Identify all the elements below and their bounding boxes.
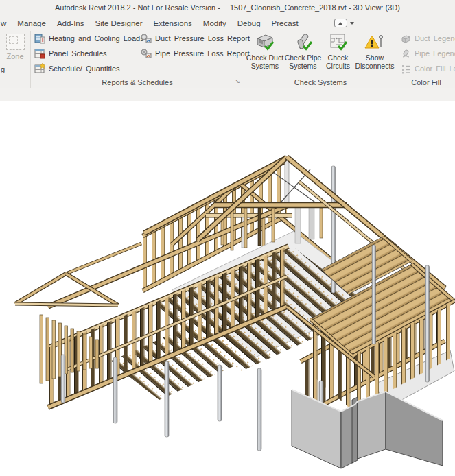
document-title: 1507_Cloonish_Concrete_2018.rvt - 3D Vie…: [230, 3, 400, 12]
ribbon: Zone g Heating and Cooling Loads: [0, 31, 455, 88]
ribbon-minimize-icon: [334, 19, 347, 27]
pipe-pressure-loss-icon: [141, 48, 152, 59]
zone-icon: [6, 34, 25, 50]
check-duct-systems-icon: [255, 33, 275, 52]
clipped-panel-text: g: [1, 65, 5, 73]
panel-title-reports: Reports & Schedules: [31, 78, 244, 86]
button-label-line2: Circuits: [326, 62, 350, 71]
app-title: Autodesk Revit 2018.2 - Not For Resale V…: [55, 3, 220, 12]
button-label-line1: Check Pipe: [285, 54, 322, 62]
panel-launcher-icon[interactable]: ↘: [235, 79, 240, 84]
check-circuits-icon: [328, 33, 349, 52]
duct-legend-button[interactable]: Duct Legend: [401, 32, 455, 45]
panel-zone-clipped: Zone g: [0, 31, 31, 88]
button-label: Duct Legend: [415, 34, 455, 43]
duct-legend-icon: [401, 34, 411, 44]
button-label: Pipe Legend: [415, 49, 455, 58]
ribbon-tab-row: w Manage Add-Ins Site Designer Extension…: [0, 15, 455, 31]
duct-pressure-loss-button[interactable]: Duct Pressure Loss Report: [141, 32, 250, 45]
pipe-pressure-loss-button[interactable]: Pipe Pressure Loss Report: [141, 47, 249, 60]
tab-debug[interactable]: Debug: [237, 19, 261, 27]
tab-manage[interactable]: Manage: [17, 19, 46, 27]
ribbon-display-toggle[interactable]: [334, 19, 354, 27]
chevron-down-icon: [350, 22, 354, 25]
button-label-line1: Show: [366, 54, 384, 62]
panel-color-fill: Duct Legend Pipe Legend Color Fill Legen…: [397, 31, 455, 88]
check-pipe-systems-icon: [293, 33, 314, 52]
button-label: Heating and Cooling Loads: [49, 34, 144, 43]
pipe-legend-button[interactable]: Pipe Legend: [401, 47, 455, 60]
color-fill-legend-button[interactable]: Color Fill Legend: [401, 62, 455, 75]
zone-button[interactable]: Zone: [0, 52, 30, 60]
button-label-line1: Check Duct: [246, 54, 283, 62]
button-label: Pipe Pressure Loss Report: [155, 49, 249, 58]
panel-schedules-button[interactable]: Panel Schedules: [34, 47, 107, 60]
button-label-line2: Systems: [289, 62, 316, 71]
panel-title-check-systems: Check Systems: [244, 78, 397, 86]
tab-precast[interactable]: Precast: [272, 19, 299, 27]
window-title-bar: Autodesk Revit 2018.2 - Not For Resale V…: [0, 0, 455, 15]
concrete-base: [292, 390, 443, 468]
check-circuits-button[interactable]: Check Circuits: [322, 32, 354, 70]
tab-view-clipped[interactable]: w: [1, 19, 6, 27]
button-label: Schedule/ Quantities: [49, 64, 120, 73]
ribbon-bottom-strip: [0, 88, 455, 102]
tab-add-ins[interactable]: Add-Ins: [57, 19, 84, 27]
check-pipe-systems-button[interactable]: Check Pipe Systems: [284, 32, 322, 70]
button-label-line2: Systems: [251, 62, 279, 71]
button-label: Color Fill Legend: [415, 64, 455, 73]
schedule-quantities-icon: [34, 63, 45, 74]
panel-schedules-icon: [34, 48, 45, 59]
heating-cooling-loads-button[interactable]: Heating and Cooling Loads: [34, 32, 144, 45]
heating-cooling-loads-icon: [34, 33, 45, 44]
schedule-quantities-button[interactable]: Schedule/ Quantities: [34, 62, 120, 75]
show-disconnects-button[interactable]: Show Disconnects: [354, 32, 395, 70]
check-duct-systems-button[interactable]: Check Duct Systems: [246, 32, 284, 70]
tab-site-designer[interactable]: Site Designer: [95, 19, 143, 27]
3d-viewport[interactable]: [0, 101, 455, 476]
show-disconnects-icon: [364, 33, 385, 52]
panel-check-systems: Check Duct Systems Check Pipe Systems: [244, 31, 397, 88]
duct-pressure-loss-icon: [141, 33, 152, 44]
panel-reports-schedules: Heating and Cooling Loads Panel Schedule…: [31, 31, 244, 88]
tab-extensions[interactable]: Extensions: [154, 19, 192, 27]
panel-title-color-fill: Color Fill: [397, 78, 455, 86]
pipe-legend-icon: [401, 49, 411, 59]
button-label: Panel Schedules: [49, 49, 107, 58]
button-label-line1: Check: [328, 54, 349, 62]
color-fill-legend-icon: [401, 64, 411, 74]
tab-modify[interactable]: Modify: [203, 19, 226, 27]
button-label: Duct Pressure Loss Report: [155, 34, 250, 43]
button-label-line2: Disconnects: [355, 62, 394, 71]
drawing-area[interactable]: [0, 101, 455, 476]
